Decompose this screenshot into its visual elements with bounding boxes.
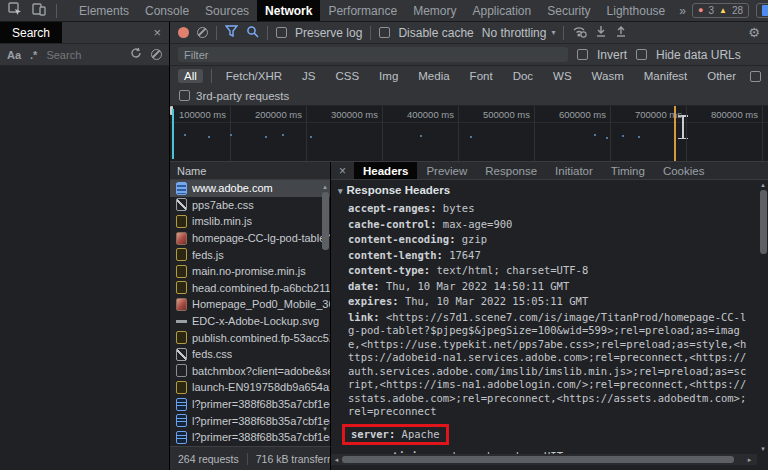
scrollbar-thumb[interactable] (342, 456, 734, 463)
type-filter-other[interactable]: Other (701, 69, 742, 83)
type-filter-font[interactable]: Font (464, 69, 499, 83)
section-title: Response Headers (347, 184, 451, 196)
tab-network[interactable]: Network (257, 0, 320, 21)
request-row[interactable]: homepage-CC-lg-pod-tablet?$p (170, 230, 330, 247)
request-row[interactable]: www.adobe.com (170, 180, 330, 197)
request-row[interactable]: EDC-x-Adobe-Lockup.svg (170, 313, 330, 330)
network-overview-timeline[interactable]: 100000 ms200000 ms300000 ms400000 ms5000… (170, 106, 768, 162)
inspect-element-icon[interactable] (8, 2, 22, 19)
request-row[interactable]: l?primer=388f68b35a7cbf1ee (170, 412, 330, 429)
console-errors-warnings-badge[interactable]: ●3 ▲28 (692, 3, 749, 18)
request-row[interactable]: Homepage_Pod0_Mobile_360 (170, 296, 330, 313)
clear-network-log-icon[interactable] (197, 27, 208, 38)
type-filter-fetch-xhr[interactable]: Fetch/XHR (220, 69, 288, 83)
request-name: pps7abe.css (192, 199, 254, 211)
tab-security[interactable]: Security (539, 0, 598, 21)
details-tab-preview[interactable]: Preview (417, 162, 476, 179)
timeline-tick-label: 400000 ms (407, 109, 458, 120)
scroll-up-icon[interactable]: ▴ (323, 182, 327, 192)
search-input[interactable] (46, 49, 121, 61)
request-row[interactable]: pps7abe.css (170, 197, 330, 214)
disclosure-triangle-icon: ▾ (338, 186, 343, 196)
details-scrollbar-vertical[interactable]: ▴ ▾ (758, 180, 768, 454)
tab-memory[interactable]: Memory (405, 0, 464, 21)
devtools-tabbar: ElementsConsoleSourcesNetworkPerformance… (0, 0, 768, 22)
filter-funnel-icon[interactable] (225, 25, 238, 40)
request-activity-dot (606, 137, 608, 139)
tab-console[interactable]: Console (137, 0, 197, 21)
preserve-log-checkbox[interactable] (276, 27, 287, 38)
scroll-up-icon[interactable]: ▴ (761, 180, 765, 190)
import-har-icon[interactable] (595, 25, 607, 41)
dash-file-icon (176, 315, 187, 328)
network-conditions-icon[interactable] (572, 25, 587, 41)
clear-search-icon[interactable] (151, 49, 162, 60)
network-settings-gear-icon[interactable]: ⚙ (748, 26, 760, 39)
device-toolbar-icon[interactable] (32, 2, 46, 19)
type-filter-img[interactable]: Img (373, 69, 404, 83)
scroll-down-icon[interactable]: ▾ (323, 424, 327, 434)
response-headers-section[interactable]: ▾Response Headers (338, 184, 749, 196)
header-name: expires: (348, 295, 399, 307)
issues-icon (762, 5, 768, 16)
type-filter-doc[interactable]: Doc (507, 69, 539, 83)
third-party-checkbox[interactable] (179, 90, 190, 101)
details-tab-initiator[interactable]: Initiator (546, 162, 602, 179)
type-filter-all[interactable]: All (178, 69, 203, 83)
request-row[interactable]: imslib.min.js (170, 213, 330, 230)
tab-lighthouse[interactable]: Lighthouse (599, 0, 674, 21)
details-tab-timing[interactable]: Timing (602, 162, 654, 179)
disable-cache-checkbox[interactable] (379, 27, 390, 38)
scrollbar-thumb[interactable] (322, 192, 329, 250)
request-row[interactable]: launch-EN919758db9a654a17 (170, 379, 330, 396)
close-search-icon[interactable]: × (153, 26, 161, 39)
tab-application[interactable]: Application (464, 0, 539, 21)
regex-button[interactable]: .* (30, 49, 37, 61)
type-filter-wasm[interactable]: Wasm (586, 69, 630, 83)
export-har-icon[interactable] (615, 25, 627, 41)
details-tab-response[interactable]: Response (476, 162, 546, 179)
refresh-search-icon[interactable] (130, 47, 142, 62)
request-row[interactable]: batchmbox?client=adobe&se (170, 363, 330, 380)
request-row[interactable]: main.no-promise.min.js (170, 263, 330, 280)
scroll-down-icon[interactable]: ▾ (761, 444, 765, 454)
request-row[interactable]: feds.js (170, 246, 330, 263)
tab-elements[interactable]: Elements (71, 0, 137, 21)
type-filter-media[interactable]: Media (412, 69, 455, 83)
scroll-right-icon[interactable]: ▸ (744, 456, 755, 464)
type-filter-ws[interactable]: WS (547, 69, 578, 83)
scrollbar-thumb[interactable] (760, 190, 767, 254)
has-blocked-cookies-checkbox[interactable] (750, 71, 761, 82)
throttling-value: No throttling (482, 26, 547, 40)
issues-badge[interactable]: 5 (756, 3, 768, 18)
name-column-header[interactable]: Name (170, 162, 330, 180)
search-drawer-tab[interactable]: Search (0, 22, 62, 43)
filter-input[interactable] (178, 47, 568, 62)
type-filter-css[interactable]: CSS (329, 69, 365, 83)
more-tabs-chevron[interactable]: » (673, 4, 692, 18)
record-network-log-icon[interactable] (178, 27, 189, 38)
server-header-highlight: server: Apache (342, 424, 449, 446)
tab-sources[interactable]: Sources (197, 0, 257, 21)
search-network-icon[interactable] (246, 25, 259, 41)
details-tab-headers[interactable]: Headers (354, 162, 417, 179)
request-row[interactable]: head.combined.fp-a6bcb2113 (170, 280, 330, 297)
match-case-button[interactable]: Aa (7, 49, 21, 61)
request-row[interactable]: l?primer=388f68b35a7cbf1ee (170, 396, 330, 413)
timeline-gridline (382, 106, 383, 161)
throttling-dropdown[interactable]: No throttling ▾ (482, 26, 556, 40)
request-row[interactable]: publish.combined.fp-53acc52 (170, 329, 330, 346)
scroll-left-icon[interactable]: ◂ (331, 456, 342, 464)
close-details-icon[interactable]: × (331, 164, 354, 178)
tab-performance[interactable]: Performance (320, 0, 405, 21)
invert-checkbox[interactable] (577, 49, 588, 60)
type-filter-js[interactable]: JS (296, 69, 321, 83)
request-row[interactable]: feds.css (170, 346, 330, 363)
details-scrollbar-horizontal[interactable]: ◂ ▸ (331, 454, 757, 465)
request-row[interactable]: l?primer=388f68b35a7cbf1ee (170, 429, 330, 446)
details-tab-cookies[interactable]: Cookies (654, 162, 714, 179)
warning-count: 28 (732, 5, 743, 16)
type-filter-manifest[interactable]: Manifest (638, 69, 693, 83)
hide-data-urls-checkbox[interactable] (636, 49, 647, 60)
request-list-scrollbar[interactable]: ▴ ▾ (320, 182, 330, 434)
